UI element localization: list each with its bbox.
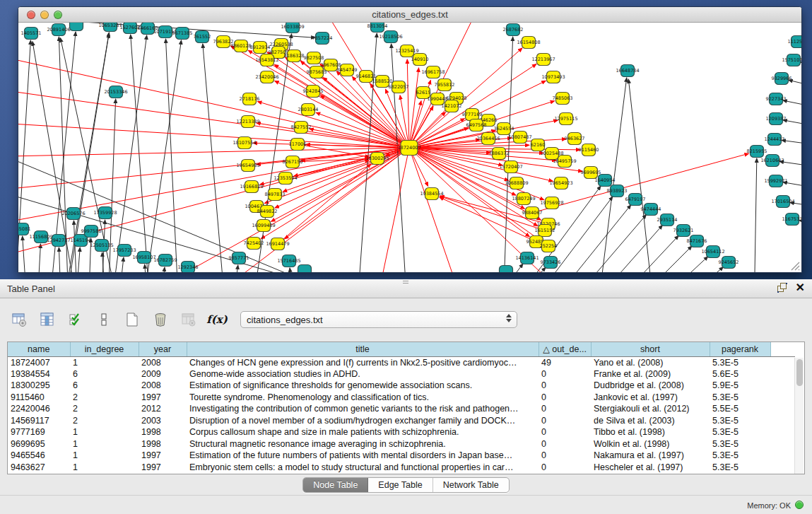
tab-edge-table[interactable]: Edge Table — [368, 478, 433, 492]
table-cell[interactable]: 5.3E-5 — [710, 438, 770, 450]
graph-edge[interactable] — [623, 267, 723, 272]
graph-node[interactable]: 15992971 — [764, 175, 787, 187]
table-cell[interactable]: 6 — [70, 368, 139, 380]
column-header-pagerank[interactable]: pagerank — [710, 342, 770, 356]
graph-edge[interactable] — [37, 244, 40, 272]
table-cell[interactable]: de Silva et al. (2003) — [591, 415, 710, 427]
graph-node[interactable] — [298, 265, 312, 273]
window-resize-grip[interactable] — [789, 259, 800, 271]
table-cell[interactable]: Stergiakouli et al. (2012) — [591, 403, 710, 415]
graph-node[interactable]: 8860128 — [231, 40, 252, 52]
column-header-in-degree[interactable]: in_degree — [70, 342, 139, 356]
table-cell[interactable]: Tibbo et al. (1998) — [591, 426, 710, 438]
graph-node[interactable]: 3624554 — [494, 123, 514, 135]
graph-edge[interactable] — [18, 148, 409, 157]
table-cell[interactable]: Franke et al. (2009) — [591, 368, 710, 380]
tab-node-table[interactable]: Node Table — [303, 478, 368, 492]
network-view-window[interactable]: citations_edges.txt 18724007183002951938… — [18, 6, 802, 273]
graph-edge[interactable] — [591, 246, 692, 272]
table-cell[interactable]: 1997 — [139, 462, 187, 474]
graph-node[interactable]: 9227343 — [766, 93, 787, 105]
table-cell[interactable]: 0 — [539, 415, 591, 427]
table-cell[interactable]: 5.3E-5 — [710, 450, 770, 462]
table-cell[interactable]: 1 — [70, 356, 139, 368]
table-cell[interactable]: 1 — [70, 462, 139, 474]
graph-node[interactable]: 8471676 — [687, 235, 707, 247]
table-cell[interactable]: 0 — [539, 368, 591, 380]
table-cell[interactable]: 0 — [539, 438, 591, 450]
table-panel-header[interactable]: Table Panel ✕ — [0, 279, 812, 298]
graph-node[interactable]: 19756928 — [540, 197, 563, 209]
table-cell[interactable]: 5.3E-5 — [710, 426, 770, 438]
table-cell[interactable]: Embryonic stem cells: a model to study s… — [187, 462, 539, 474]
graph-edge[interactable] — [789, 80, 801, 93]
table-cell[interactable]: Estimation of the future numbers of pati… — [187, 450, 539, 462]
graph-node[interactable]: 8267150 — [283, 156, 303, 168]
column-header-name[interactable]: name — [8, 342, 70, 356]
graph-node[interactable] — [70, 23, 83, 31]
table-cell[interactable]: 0 — [539, 450, 591, 462]
graph-edge[interactable] — [165, 39, 180, 272]
table-row[interactable]: 977716911998Corpus callosum shape and si… — [8, 426, 795, 438]
table-cell[interactable]: 2 — [70, 403, 139, 415]
graph-edge[interactable] — [783, 100, 801, 112]
graph-node[interactable]: 1167533 — [782, 214, 801, 226]
graph-node[interactable]: 16210643 — [760, 155, 784, 167]
scrollbar-thumb[interactable] — [796, 359, 803, 386]
graph-edge[interactable] — [577, 235, 678, 272]
table-cell[interactable]: 0 — [539, 392, 591, 404]
graph-node[interactable]: 2935114 — [657, 214, 678, 226]
table-cell[interactable]: 2008 — [139, 380, 187, 392]
table-cell[interactable]: 14569117 — [8, 415, 70, 427]
create-column-button[interactable] — [123, 310, 141, 329]
table-cell[interactable]: 18724007 — [8, 356, 70, 368]
panel-resize-grip[interactable] — [403, 281, 408, 284]
table-row[interactable]: 2242004622012Investigating the contribut… — [8, 403, 795, 415]
table-cell[interactable]: 49 — [539, 356, 591, 368]
column-header-year[interactable]: year — [139, 342, 187, 356]
table-cell[interactable]: 1998 — [139, 438, 187, 450]
table-cell[interactable]: 9465546 — [8, 450, 70, 462]
table-row[interactable]: 911546021997Tourette syndrome. Phenomeno… — [8, 392, 795, 404]
network-window-titlebar[interactable]: citations_edges.txt — [18, 7, 801, 23]
column-header-short[interactable]: short — [591, 342, 710, 356]
memory-status-indicator[interactable] — [795, 501, 804, 509]
graph-edge[interactable] — [59, 247, 61, 272]
table-cell[interactable]: Nakamura et al. (1997) — [591, 450, 710, 462]
graph-node[interactable]: 8912934 — [250, 42, 271, 54]
graph-edge[interactable] — [410, 68, 418, 141]
graph-node[interactable]: 140910 — [411, 54, 429, 66]
table-cell[interactable]: Changes of HCN gene expression and I(f) … — [187, 356, 539, 368]
table-cell[interactable]: 19384554 — [8, 368, 70, 380]
graph-edge[interactable] — [232, 265, 238, 272]
table-cell[interactable]: Yano et al. (2008) — [591, 356, 710, 368]
table-row[interactable]: 946554611997Estimation of the future num… — [8, 450, 795, 462]
graph-node[interactable]: 12353594 — [273, 173, 297, 185]
table-row[interactable]: 1872400712008Changes of HCN gene express… — [8, 356, 795, 368]
table-cell[interactable]: 6 — [70, 380, 139, 392]
table-cell[interactable]: Wolkin et al. (1998) — [591, 438, 710, 450]
column-header-title[interactable]: title — [187, 342, 539, 356]
table-cell[interactable]: 0 — [539, 426, 591, 438]
graph-node[interactable]: 16154808 — [517, 37, 540, 49]
table-cell[interactable]: 1997 — [139, 450, 187, 462]
graph-edge[interactable] — [117, 257, 124, 272]
table-cell[interactable]: 1 — [70, 450, 139, 462]
graph-node[interactable]: 2718176 — [240, 93, 260, 105]
table-cell[interactable]: Structural magnetic resonance image aver… — [187, 438, 539, 450]
table-row[interactable]: 1938455462009Genome-wide association stu… — [8, 368, 795, 380]
graph-node[interactable]: 9242845 — [303, 86, 324, 98]
graph-node[interactable]: 1405571 — [21, 28, 42, 40]
graph-node[interactable]: 16033809 — [281, 23, 304, 33]
graph-node[interactable]: 9884067 — [522, 207, 543, 219]
graph-edge[interactable] — [407, 59, 409, 141]
table-cell[interactable]: Dudbridge et al. (2008) — [591, 380, 710, 392]
table-row[interactable]: 1830029562008Estimation of significance … — [8, 380, 795, 392]
graph-node[interactable]: 835081 — [18, 223, 30, 235]
graph-node[interactable]: 9329966 — [772, 73, 792, 85]
graph-node[interactable]: 19166829 — [240, 181, 263, 193]
graph-edge[interactable] — [23, 236, 28, 272]
table-cell[interactable]: Genome-wide association studies in ADHD. — [187, 368, 539, 380]
column-header-out-de-[interactable]: △ out_de... — [539, 342, 591, 356]
table-cell[interactable]: Hescheler et al. (1997) — [591, 462, 710, 474]
